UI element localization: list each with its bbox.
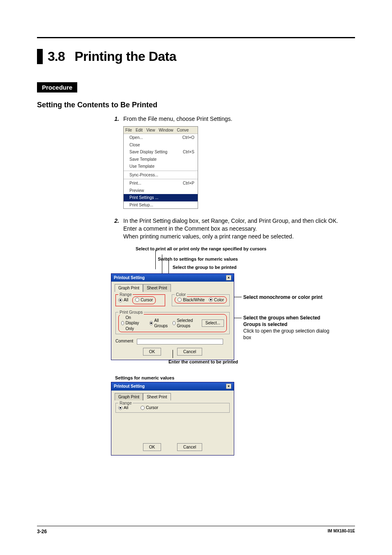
cancel-button[interactable]: Cancel bbox=[177, 348, 202, 356]
close-icon[interactable]: × bbox=[226, 384, 231, 389]
menu-use-template[interactable]: Use Template bbox=[124, 163, 198, 170]
radio-color[interactable]: Color bbox=[209, 297, 224, 303]
ok-button[interactable]: OK bbox=[143, 348, 161, 356]
menu-close[interactable]: Close bbox=[124, 141, 198, 149]
file-menu: File Edit View Window Conve Open...Ctrl+… bbox=[123, 126, 198, 209]
radio-ondisplay[interactable]: On Display Only bbox=[121, 315, 145, 332]
tab-graph-print[interactable]: Graph Print bbox=[115, 284, 143, 292]
radio-cursor[interactable]: Cursor bbox=[135, 297, 153, 303]
menu-save-template[interactable]: Save Template bbox=[124, 156, 198, 163]
menu-print-settings[interactable]: Print Settings ... bbox=[124, 194, 198, 201]
radio-cursor[interactable]: Cursor bbox=[141, 405, 158, 411]
step-text: Enter a comment in the Comment box as ne… bbox=[123, 225, 355, 233]
callout: Select the groups when Selected Groups i… bbox=[243, 315, 320, 327]
page-number: 3-26 bbox=[37, 529, 47, 534]
section-heading: Printing the Data bbox=[74, 49, 176, 64]
tab-graph-print[interactable]: Graph Print bbox=[115, 393, 143, 401]
callout: Select to print all or print only the ra… bbox=[111, 245, 355, 252]
callout: Select monochrome or color print bbox=[243, 294, 323, 300]
select-button[interactable]: Select... bbox=[202, 319, 224, 327]
callout: Settings for numeric values bbox=[115, 375, 355, 381]
procedure-label: Procedure bbox=[37, 82, 77, 92]
tab-sheet-print[interactable]: Sheet Print bbox=[143, 393, 171, 401]
step-number: 1. bbox=[111, 115, 123, 123]
section-number: 3.8 bbox=[48, 49, 74, 64]
step-text: From the File menu, choose Print Setting… bbox=[123, 115, 355, 123]
radio-all[interactable]: All bbox=[118, 297, 128, 303]
doc-id: IM MX180-01E bbox=[327, 529, 355, 534]
callout: Enter the comment to be printed bbox=[168, 359, 238, 365]
step-text: In the Print Setting dialog box, set Ran… bbox=[123, 217, 355, 225]
menu-preview[interactable]: Preview bbox=[124, 187, 198, 194]
comment-label: Comment bbox=[115, 339, 133, 343]
dialog-title: Printout Setting bbox=[114, 275, 145, 281]
printout-setting-dialog-numeric: Printout Setting × Graph PrintSheet Prin… bbox=[111, 382, 234, 456]
menu-print-setup[interactable]: Print Setup... bbox=[124, 201, 198, 209]
menu-save-display[interactable]: Save Display SettingCtrl+S bbox=[124, 148, 198, 156]
dialog-title: Printout Setting bbox=[114, 384, 145, 389]
callout: Click to open the group selection dialog… bbox=[243, 328, 329, 340]
step-number: 2. bbox=[111, 217, 123, 240]
section-title: 3.8 Printing the Data bbox=[37, 49, 355, 64]
menu-print[interactable]: Print...Ctrl+P bbox=[124, 180, 198, 187]
comment-input[interactable] bbox=[137, 339, 223, 345]
printout-setting-dialog: Printout Setting × Graph PrintSheet Prin… bbox=[111, 273, 234, 361]
radio-selectedgroups[interactable]: Selected Groups bbox=[173, 318, 198, 329]
close-icon[interactable]: × bbox=[226, 275, 231, 280]
menu-open[interactable]: Open...Ctrl+O bbox=[124, 134, 198, 141]
callout: Select the group to be printed bbox=[111, 264, 355, 271]
cancel-button[interactable]: Cancel bbox=[177, 443, 202, 451]
radio-bw[interactable]: Black/White bbox=[178, 297, 205, 303]
subheading: Setting the Contents to Be Printed bbox=[37, 101, 355, 109]
menu-sync-process[interactable]: Sync-Process... bbox=[124, 171, 198, 179]
radio-allgroups[interactable]: All Groups bbox=[150, 318, 168, 329]
ok-button[interactable]: OK bbox=[143, 443, 161, 451]
menu-bar: File Edit View Window Conve bbox=[124, 127, 198, 134]
tab-sheet-print[interactable]: Sheet Print bbox=[143, 284, 171, 292]
step-text: When printing numeric values, only a pri… bbox=[123, 233, 355, 240]
callout: Switch to settings for numeric values bbox=[111, 256, 355, 263]
